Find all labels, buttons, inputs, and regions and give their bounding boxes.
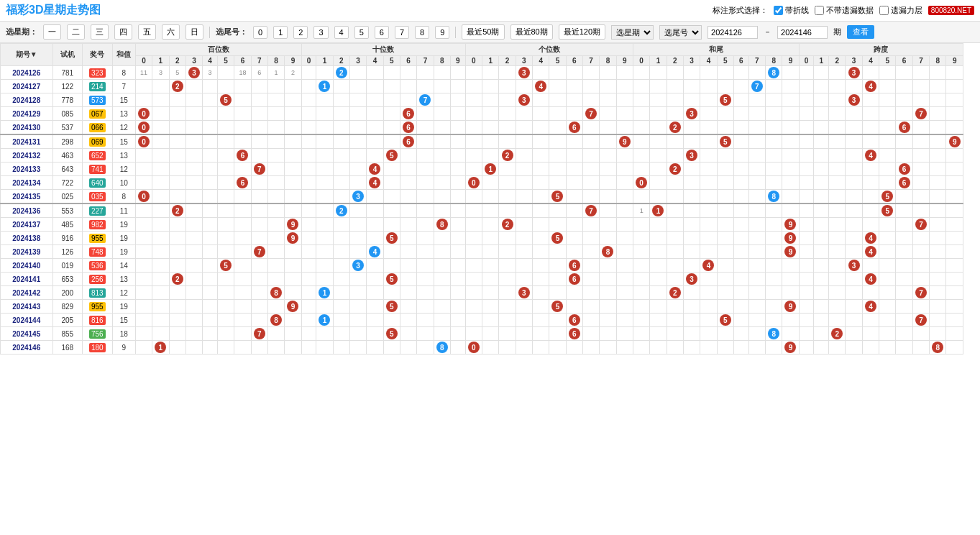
- section-2-digit-6: [566, 204, 582, 218]
- section-3-digit-4: 4: [700, 259, 717, 273]
- section-0-digit-3: [186, 204, 202, 218]
- miss-layer-option[interactable]: 遗漏力层: [879, 5, 922, 16]
- section-2-digit-0: [465, 218, 482, 232]
- recent-80-btn[interactable]: 最近80期: [510, 24, 553, 40]
- section-3-digit-3: [683, 286, 700, 300]
- section-1-digit-3: 3: [349, 190, 366, 204]
- recent-120-btn[interactable]: 最近120期: [559, 24, 605, 40]
- section-2-digit-3: [516, 107, 532, 121]
- section-0-digit-7: [251, 149, 267, 163]
- section-2-digit-6: [566, 341, 582, 355]
- highlighted-digit-span: 3: [686, 150, 697, 161]
- section-3-digit-6: [733, 204, 748, 218]
- tail-btn-4[interactable]: 4: [334, 26, 349, 39]
- section-0-digit-2: [169, 314, 186, 327]
- xingqi-select[interactable]: 选星期 一二三四五六日: [611, 25, 654, 40]
- section-3-digit-3: 3: [683, 273, 700, 286]
- no-miss-checkbox[interactable]: [815, 6, 824, 15]
- section-1-digit-4: [367, 66, 383, 80]
- section-0-digit-0: [135, 341, 152, 355]
- tail-btn-1[interactable]: 1: [273, 26, 288, 39]
- trial-cell: 200: [52, 286, 82, 300]
- with-line-option[interactable]: 带折线: [774, 5, 809, 16]
- section-2-digit-3: [516, 232, 532, 245]
- prize-badge: 067: [89, 109, 106, 119]
- tail-btn-6[interactable]: 6: [375, 26, 389, 39]
- sum-cell: 8: [112, 66, 135, 80]
- table-row: 20241374859821998297: [1, 218, 963, 232]
- day-btn-thu[interactable]: 四: [114, 24, 132, 40]
- section-1-digit-3: [349, 66, 366, 80]
- section-4-digit-3: [846, 232, 862, 245]
- section-1-digit-9: [450, 273, 465, 286]
- section-0-digit-3: [186, 121, 202, 135]
- section-1-digit-3: [349, 273, 366, 286]
- tail-btn-3[interactable]: 3: [313, 26, 328, 39]
- section-3-digit-4: [700, 273, 717, 286]
- no-miss-option[interactable]: 不带遗漏数据: [815, 5, 874, 16]
- section-1-digit-6: [400, 176, 416, 190]
- section-4-digit-9: [946, 218, 963, 232]
- day-btn-mon[interactable]: 一: [43, 24, 61, 40]
- from-period-input[interactable]: [707, 26, 758, 39]
- tail-btn-9[interactable]: 9: [435, 26, 449, 39]
- table-row: 20241305370661206626: [1, 121, 963, 135]
- section-2-digit-8: [600, 204, 616, 218]
- section-0-digit-5: [217, 80, 234, 93]
- day-btn-sun[interactable]: 日: [186, 24, 203, 40]
- tail-btn-7[interactable]: 7: [395, 26, 409, 39]
- section-2-digit-3: 3: [516, 93, 532, 107]
- section-0-digit-2: [169, 341, 186, 355]
- weihao-select[interactable]: 选尾号 0123456789: [659, 25, 702, 40]
- section-0-digit-5: [217, 121, 234, 135]
- section-3-digit-6: [733, 273, 748, 286]
- day-btn-sat[interactable]: 六: [162, 24, 180, 40]
- section-1-digit-5: [383, 314, 400, 327]
- table-row: 20241287785731557353: [1, 93, 963, 107]
- section-1-digit-5: 5: [383, 300, 400, 314]
- day-btn-tue[interactable]: 二: [67, 24, 85, 40]
- section-0-digit-2: 5: [169, 66, 186, 80]
- tail-btn-2[interactable]: 2: [293, 26, 308, 39]
- section-1-digit-4: [367, 341, 383, 355]
- section-2-digit-0: [465, 121, 482, 135]
- highlighted-digit-span: 9: [949, 136, 961, 147]
- separator-2: [455, 27, 456, 38]
- section-4-digit-6: 6: [896, 163, 912, 176]
- th-digit-4-5: 5: [879, 56, 896, 66]
- tail-btn-8[interactable]: 8: [415, 26, 429, 39]
- section-0-digit-2: 2: [169, 273, 186, 286]
- section-3-digit-4: [700, 149, 717, 163]
- day-btn-fri[interactable]: 五: [138, 24, 156, 40]
- section-4-digit-8: [930, 80, 946, 93]
- section-1-digit-0: [301, 327, 316, 341]
- section-1-digit-2: [333, 80, 349, 93]
- section-4-digit-0: [799, 314, 814, 327]
- tail-btn-0[interactable]: 0: [253, 26, 267, 39]
- section-2-digit-8: [600, 93, 616, 107]
- section-3-digit-0: [633, 107, 649, 121]
- section-3-digit-2: [667, 300, 683, 314]
- section-3-digit-4: [700, 176, 717, 190]
- section-1-digit-9: [450, 134, 465, 149]
- section-3-digit-9: 9: [782, 300, 799, 314]
- section-4-digit-3: [846, 245, 862, 259]
- with-line-checkbox[interactable]: [774, 6, 783, 15]
- miss-layer-checkbox[interactable]: [879, 6, 889, 15]
- recent-50-btn[interactable]: 最近50期: [462, 24, 504, 40]
- section-4-digit-0: [799, 66, 814, 80]
- section-4-digit-3: [846, 190, 862, 204]
- section-0-digit-9: [285, 93, 301, 107]
- section-2-digit-7: [582, 300, 599, 314]
- prize-badge: 741: [89, 165, 106, 174]
- th-digit-3-8: 8: [766, 56, 782, 66]
- th-digit-0-2: 2: [169, 56, 186, 66]
- to-period-input[interactable]: [777, 26, 828, 39]
- day-btn-wed[interactable]: 三: [91, 24, 109, 40]
- query-button[interactable]: 查看: [847, 25, 874, 39]
- section-4-digit-0: [799, 286, 814, 300]
- th-digit-4-4: 4: [862, 56, 879, 66]
- tail-btn-5[interactable]: 5: [354, 26, 369, 39]
- section-4-digit-8: [930, 273, 946, 286]
- section-2-digit-4: [533, 93, 549, 107]
